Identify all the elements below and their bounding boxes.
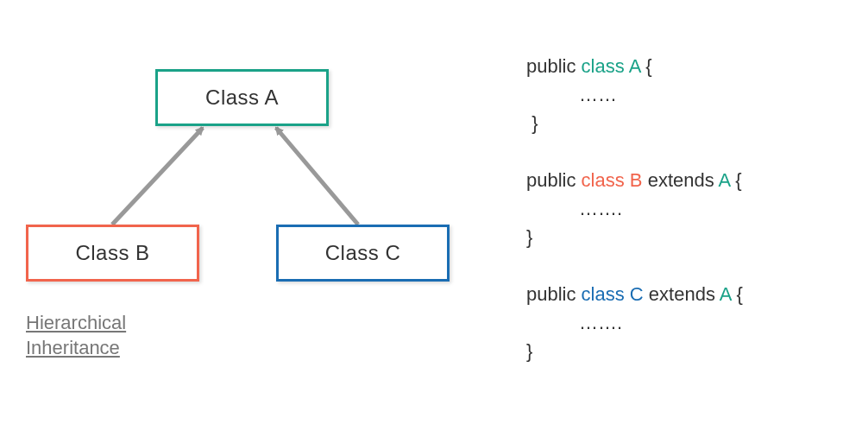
code-line-b-decl: public class B extends A {	[526, 166, 854, 194]
code-line-c-close: }	[526, 337, 854, 365]
code-blank-2	[526, 251, 854, 280]
class-a-label: Class A	[205, 86, 279, 110]
caption-line-1: Hierarchical	[26, 311, 126, 336]
class-b-box: Class B	[26, 225, 199, 282]
code-line-a-decl: public class A {	[526, 52, 854, 80]
code-line-b-close: }	[526, 223, 854, 251]
arrow-c-to-a	[276, 128, 358, 225]
code-blank-1	[526, 137, 854, 166]
class-a-box: Class A	[155, 69, 329, 126]
class-c-label: Class C	[325, 241, 401, 265]
class-b-label: Class B	[75, 241, 149, 265]
class-c-box: Class C	[276, 225, 450, 282]
code-sample: public class A { …… } public class B ext…	[526, 52, 854, 365]
code-line-a-body: ……	[526, 80, 854, 109]
code-line-b-body: …….	[526, 194, 854, 223]
diagram-caption: Hierarchical Inheritance	[26, 311, 126, 360]
inheritance-diagram: Class A Class B Class C Hierarchical Inh…	[17, 52, 475, 415]
code-line-c-body: …….	[526, 308, 854, 337]
caption-line-2: Inheritance	[26, 336, 126, 361]
code-line-a-close: }	[526, 109, 854, 137]
code-line-c-decl: public class C extends A {	[526, 280, 854, 308]
arrow-b-to-a	[112, 128, 203, 225]
